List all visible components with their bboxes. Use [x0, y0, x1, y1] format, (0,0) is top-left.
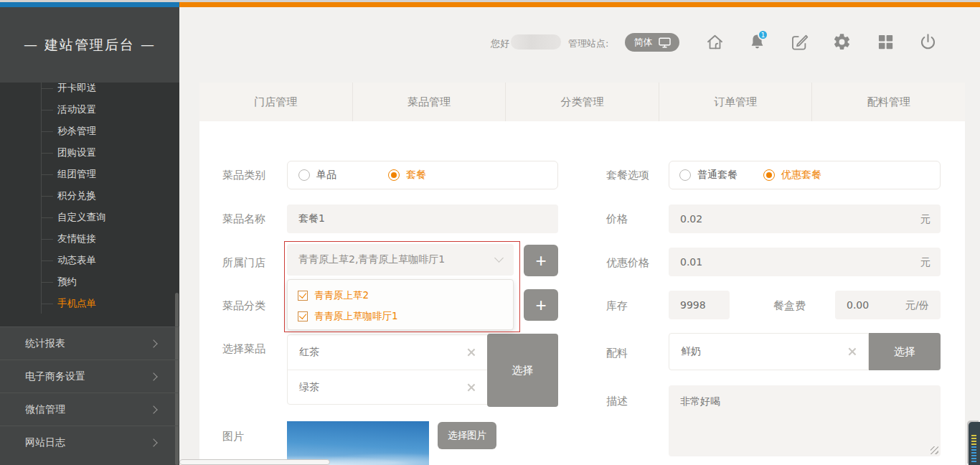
horizontal-scrollbar-thumb[interactable]	[179, 459, 330, 465]
clear-ingredient-icon[interactable]	[847, 347, 857, 357]
dish-name-input[interactable]	[287, 205, 558, 233]
chevron-right-icon	[149, 438, 157, 446]
store-option-2[interactable]: 青青原上草咖啡厅1	[288, 306, 513, 327]
radio-selected-icon	[388, 169, 400, 181]
discount-price-input[interactable]	[669, 248, 941, 276]
ingredient-field	[669, 333, 869, 370]
add-store-button[interactable]: +	[524, 245, 558, 276]
radio-single-item[interactable]: 单品	[298, 169, 336, 182]
select-dishes-label: 选择菜品	[222, 342, 265, 356]
store-option-1[interactable]: 青青原上草2	[288, 285, 513, 306]
selected-dishes-list: 红茶 绿茶	[287, 334, 488, 405]
ingredient-input[interactable]	[669, 334, 868, 370]
sidebar-item-points-exchange[interactable]: 积分兑换	[0, 185, 179, 207]
sidebar: — 建站管理后台 — 开卡即送 活动设置 秒杀管理 团购设置 组团管理 积分兑换…	[0, 7, 179, 465]
sidebar-title: — 建站管理后台 —	[0, 7, 179, 83]
greeting-text: 您好	[491, 37, 509, 50]
site-label: 管理站点:	[568, 37, 608, 50]
remove-dish-icon[interactable]	[466, 348, 476, 357]
home-icon[interactable]	[705, 32, 725, 52]
remove-dish-icon[interactable]	[466, 382, 476, 392]
dish-row-black-tea: 红茶	[288, 335, 487, 370]
sidebar-item-custom-query[interactable]: 自定义查询	[0, 207, 179, 228]
sidebar-submenu: 开卡即送 活动设置 秒杀管理 团购设置 组团管理 积分兑换 自定义查询 友情链接…	[0, 83, 179, 327]
overlay-blue-dashes	[971, 446, 976, 463]
radio-set-meal[interactable]: 套餐	[388, 169, 426, 182]
sidebar-item-group-manage[interactable]: 组团管理	[0, 164, 179, 185]
brand-orange-bar	[179, 2, 980, 7]
meal-option-label: 套餐选项	[606, 169, 649, 182]
image-label: 图片	[222, 430, 244, 443]
sidebar-section-statistics[interactable]: 统计报表	[0, 327, 179, 360]
price-input[interactable]	[669, 205, 941, 233]
description-textarea[interactable]: 非常好喝	[669, 385, 941, 456]
sidebar-item-activity-settings[interactable]: 活动设置	[0, 99, 179, 121]
monitor-icon	[659, 37, 671, 48]
sidebar-section-site-log[interactable]: 网站日志	[0, 426, 179, 459]
overlay-yellow-dashes	[971, 435, 976, 446]
power-logout-icon[interactable]	[918, 32, 938, 52]
settings-gear-icon[interactable]	[832, 32, 852, 52]
radio-discount-meal[interactable]: 优惠套餐	[763, 169, 821, 182]
admin-backend-page: — 建站管理后台 — 开卡即送 活动设置 秒杀管理 团购设置 组团管理 积分兑换…	[0, 0, 980, 465]
checkbox-checked-icon	[298, 291, 308, 301]
choose-dishes-button[interactable]: 选择	[487, 334, 558, 407]
box-fee-label: 餐盒费	[773, 299, 806, 313]
box-fee-unit: 元/份	[905, 299, 929, 312]
chevron-right-icon	[149, 339, 157, 347]
notification-badge: 1	[758, 29, 768, 40]
tab-store-management[interactable]: 门店管理	[199, 83, 352, 121]
ingredient-label: 配料	[606, 347, 628, 360]
sidebar-item-mobile-ordering[interactable]: 手机点单	[0, 293, 179, 314]
price-unit: 元	[920, 213, 930, 226]
sidebar-section-wechat[interactable]: 微信管理	[0, 393, 179, 426]
store-label: 所属门店	[222, 256, 265, 270]
stock-label: 库存	[606, 299, 628, 313]
radio-unselected-icon	[298, 169, 310, 181]
discount-price-unit: 元	[920, 256, 930, 269]
language-button[interactable]: 简体	[625, 33, 679, 52]
radio-selected-icon	[763, 169, 775, 181]
sidebar-item-dynamic-form[interactable]: 动态表单	[0, 250, 179, 271]
sidebar-item-reservation[interactable]: 预约	[0, 271, 179, 293]
username-redacted	[511, 34, 561, 50]
tab-order-management[interactable]: 订单管理	[659, 83, 812, 121]
sidebar-item-flash-sale[interactable]: 秒杀管理	[0, 121, 179, 142]
brand-blue-bar	[0, 2, 179, 7]
category-label: 菜品分类	[222, 299, 265, 313]
checkbox-checked-icon	[298, 311, 308, 321]
meal-option-radio-group: 普通套餐 优惠套餐	[669, 161, 941, 189]
tab-category-management[interactable]: 分类管理	[505, 83, 659, 121]
sidebar-item-friend-links[interactable]: 友情链接	[0, 228, 179, 250]
apps-grid-icon[interactable]	[876, 32, 895, 52]
dish-name-label: 菜品名称	[222, 212, 265, 226]
description-label: 描述	[606, 395, 628, 408]
choose-ingredient-button[interactable]: 选择	[869, 333, 941, 370]
chevron-right-icon	[149, 372, 157, 380]
dish-type-label: 菜品类别	[222, 169, 265, 182]
discount-price-label: 优惠价格	[606, 256, 649, 270]
dish-photo-thumbnail[interactable]	[287, 421, 429, 465]
overlay-handle-widget[interactable]	[969, 422, 980, 465]
chevron-right-icon	[149, 405, 157, 413]
store-select[interactable]: 青青原上草2,青青原上草咖啡厅1	[287, 244, 514, 276]
sidebar-item-group-buy[interactable]: 团购设置	[0, 142, 179, 164]
choose-image-button[interactable]: 选择图片	[438, 422, 496, 449]
module-tabbar: 门店管理 菜品管理 分类管理 订单管理 配料管理	[199, 83, 965, 121]
chevron-down-icon	[494, 253, 504, 263]
radio-normal-meal[interactable]: 普通套餐	[679, 169, 738, 182]
edit-compose-icon[interactable]	[790, 32, 809, 52]
store-dropdown: 青青原上草2 青青原上草咖啡厅1	[287, 279, 514, 330]
add-category-button[interactable]: +	[524, 289, 558, 321]
radio-unselected-icon	[679, 169, 691, 181]
dish-type-radio-group: 单品 套餐	[287, 161, 558, 189]
sidebar-section-ecommerce[interactable]: 电子商务设置	[0, 360, 179, 393]
sidebar-item-card-gift[interactable]: 开卡即送	[0, 83, 179, 99]
price-label: 价格	[606, 212, 628, 226]
stock-input[interactable]	[669, 291, 730, 319]
tab-dish-management[interactable]: 菜品管理	[352, 83, 506, 121]
tab-ingredient-management[interactable]: 配料管理	[811, 83, 965, 121]
dish-row-green-tea: 绿茶	[288, 370, 487, 404]
